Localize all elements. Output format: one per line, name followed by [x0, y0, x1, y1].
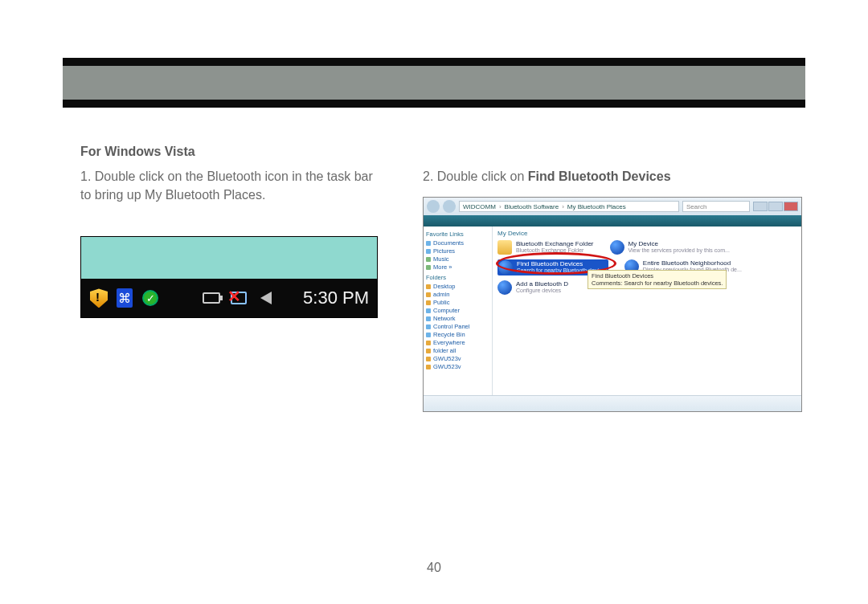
- nav-folders-header: Folders: [426, 274, 489, 281]
- minimize-button[interactable]: [753, 202, 768, 211]
- nav-folder-item[interactable]: Recycle Bin: [426, 331, 489, 338]
- taskbar-clock: 5:30 PM: [303, 288, 369, 308]
- step-2: 2. Double click on Find Bluetooth Device…: [423, 167, 802, 186]
- step-2-prefix: Double click on: [437, 169, 528, 183]
- step-2-bold: Find Bluetooth Devices: [528, 169, 671, 183]
- breadcrumb-seg[interactable]: WIDCOMM: [463, 203, 496, 210]
- shield-icon: [89, 288, 108, 308]
- tooltip: Find Bluetooth Devices Comments: Search …: [588, 270, 727, 289]
- taskbar-screenshot-bg: [81, 237, 377, 279]
- window-controls: [753, 202, 798, 211]
- volume-icon: [256, 288, 276, 308]
- folder-icon: [426, 265, 431, 270]
- header-bar-inner: [63, 66, 805, 100]
- bluetooth-icon: [610, 240, 624, 255]
- content-columns: For Windows Vista 1. Double click on the…: [80, 145, 788, 412]
- nav-back-button[interactable]: [427, 200, 440, 213]
- search-input[interactable]: Search: [682, 201, 750, 212]
- nav-fav-item[interactable]: More »: [426, 263, 489, 271]
- nav-folder-item[interactable]: folder all: [426, 347, 489, 354]
- battery-icon: [202, 288, 221, 308]
- folder-icon: [426, 341, 431, 345]
- item-add-bluetooth-device[interactable]: Add a Bluetooth DConfigure devices: [497, 280, 568, 295]
- step-1-text: Double click on the Bluetooth icon in th…: [80, 169, 373, 202]
- network-icon: [426, 316, 431, 321]
- nav-folder-item[interactable]: admin: [426, 291, 489, 298]
- bluetooth-icon[interactable]: ⌘: [117, 288, 133, 308]
- step-1-number: 1.: [80, 169, 91, 183]
- right-column: 2. Double click on Find Bluetooth Device…: [423, 145, 802, 412]
- item-row: Bluetooth Exchange FolderBluetooth Excha…: [497, 240, 796, 255]
- control-panel-icon: [426, 324, 431, 329]
- network-disconnected-icon: ✕: [229, 288, 248, 308]
- recycle-bin-icon: [426, 333, 431, 337]
- nav-forward-button[interactable]: [443, 200, 456, 213]
- nav-fav-item[interactable]: Music: [426, 255, 489, 263]
- folder-icon: [426, 292, 431, 297]
- breadcrumb-seg[interactable]: Bluetooth Software: [505, 203, 559, 210]
- folder-icon: [426, 349, 431, 353]
- folder-icon: [426, 249, 431, 254]
- explorer-titlebar: WIDCOMM› Bluetooth Software› My Bluetoot…: [424, 198, 801, 215]
- explorer-nav-pane: Favorite Links Documents Pictures Music …: [424, 226, 493, 395]
- breadcrumb-seg[interactable]: My Bluetooth Places: [567, 203, 626, 210]
- maximize-button[interactable]: [768, 202, 783, 211]
- nav-folder-item[interactable]: GWU523v: [426, 355, 489, 362]
- explorer-body: Favorite Links Documents Pictures Music …: [424, 226, 801, 395]
- left-column: For Windows Vista 1. Double click on the…: [80, 145, 378, 412]
- explorer-screenshot: WIDCOMM› Bluetooth Software› My Bluetoot…: [423, 197, 802, 412]
- folder-icon: [426, 284, 431, 289]
- nav-fav-item[interactable]: Pictures: [426, 247, 489, 255]
- explorer-content-pane: My Device Bluetooth Exchange FolderBluet…: [493, 226, 801, 395]
- nav-folder-item[interactable]: GWU523v: [426, 363, 489, 370]
- status-ok-icon: ✓: [141, 288, 160, 308]
- nav-fav-header: Favorite Links: [426, 231, 489, 238]
- explorer-toolbar: [424, 215, 801, 226]
- page-number: 40: [0, 561, 868, 575]
- tooltip-title: Find Bluetooth Devices: [592, 272, 723, 280]
- folder-icon: [426, 365, 431, 369]
- nav-folder-item[interactable]: Computer: [426, 307, 489, 314]
- folder-icon: [497, 240, 512, 255]
- search-placeholder: Search: [686, 203, 706, 210]
- taskbar: ⌘ ✓ ✕ 5:30 PM: [81, 279, 377, 317]
- breadcrumb[interactable]: WIDCOMM› Bluetooth Software› My Bluetoot…: [459, 201, 679, 212]
- item-my-device[interactable]: My DeviceView the services provided by t…: [610, 240, 730, 255]
- bluetooth-icon: [498, 260, 513, 275]
- nav-folder-item[interactable]: Control Panel: [426, 323, 489, 330]
- close-button[interactable]: [784, 202, 798, 211]
- step-2-number: 2.: [423, 169, 433, 183]
- bluetooth-icon: [497, 280, 512, 295]
- nav-folder-item[interactable]: Everywhere: [426, 339, 489, 346]
- step-1: 1. Double click on the Bluetooth icon in…: [80, 167, 378, 204]
- folder-icon: [426, 241, 431, 246]
- nav-fav-item[interactable]: Documents: [426, 239, 489, 247]
- nav-folder-item[interactable]: Network: [426, 315, 489, 322]
- folder-icon: [426, 257, 431, 262]
- taskbar-screenshot: ⌘ ✓ ✕ 5:30 PM: [80, 236, 378, 318]
- explorer-statusbar: [424, 395, 801, 411]
- group-header: My Device: [497, 230, 796, 237]
- item-exchange-folder[interactable]: Bluetooth Exchange FolderBluetooth Excha…: [497, 240, 594, 255]
- section-title: For Windows Vista: [80, 145, 378, 159]
- folder-icon: [426, 357, 431, 361]
- tooltip-sub: Comments: Search for nearby Bluetooth de…: [592, 280, 723, 287]
- nav-folder-item[interactable]: Desktop: [426, 283, 489, 290]
- computer-icon: [426, 308, 431, 313]
- folder-icon: [426, 300, 431, 305]
- nav-folder-item[interactable]: Public: [426, 299, 489, 306]
